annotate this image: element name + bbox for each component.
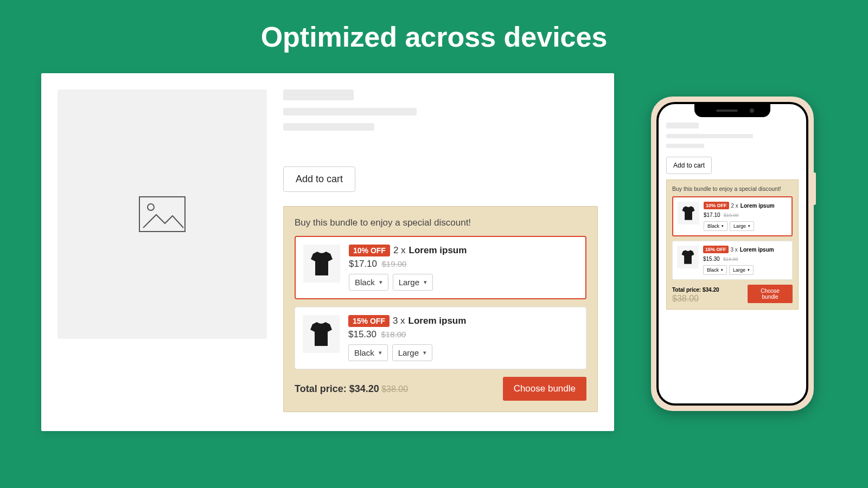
picture-icon — [138, 195, 187, 233]
skeleton-line — [666, 144, 704, 148]
discount-badge: 15% OFF — [703, 246, 729, 253]
bundle-widget: Buy this bundle to enjoy a special disco… — [666, 179, 799, 310]
mobile-preview-device: Add to cart Buy this bundle to enjoy a s… — [651, 97, 814, 411]
bundle-title: Buy this bundle to enjoy a special disco… — [295, 217, 586, 228]
phone-side-button-icon — [813, 172, 816, 205]
color-select[interactable]: Black — [703, 265, 727, 275]
product-thumb — [677, 246, 699, 268]
bundle-offer-1[interactable]: 10% OFF 2 x Lorem ipsum $17.10 $19.00 Bl… — [672, 196, 793, 236]
color-select[interactable]: Black — [704, 221, 727, 231]
tshirt-icon — [680, 205, 697, 221]
size-select[interactable]: Large — [729, 265, 754, 275]
size-select[interactable]: Large — [393, 274, 433, 291]
bundle-widget: Buy this bundle to enjoy a special disco… — [283, 206, 598, 412]
offer-original-price: $19.00 — [724, 213, 739, 218]
size-select[interactable]: Large — [730, 221, 754, 231]
offer-price: $15.30 — [348, 329, 376, 339]
tshirt-icon — [308, 249, 336, 278]
add-to-cart-button[interactable]: Add to cart — [283, 166, 355, 192]
total-price-row: Total price: $34.20 $38.00 — [295, 383, 408, 395]
offer-qty: 3 x — [393, 316, 405, 326]
bundle-offer-2[interactable]: 15% OFF 3 x Lorem ipsum $15.30 $18.00 Bl… — [295, 307, 586, 369]
offer-product-name: Lorem ipsum — [409, 245, 467, 256]
color-select[interactable]: Black — [348, 344, 388, 361]
offer-original-price: $18.00 — [723, 256, 738, 262]
bundle-offer-1[interactable]: 10% OFF 2 x Lorem ipsum $17.10 $19.00 Bl… — [295, 236, 586, 299]
offer-original-price: $19.00 — [381, 259, 406, 268]
offer-price: $17.10 — [704, 212, 720, 218]
size-select[interactable]: Large — [392, 344, 432, 361]
color-select[interactable]: Black — [349, 274, 388, 291]
choose-bundle-button[interactable]: Choose bundle — [503, 377, 586, 401]
offer-product-name: Lorem ipsum — [740, 247, 774, 253]
offer-qty: 3 x — [731, 247, 738, 253]
skeleton-line — [283, 89, 354, 100]
svg-rect-0 — [139, 197, 185, 232]
skeleton-line — [283, 123, 374, 131]
total-price-row: Total price: $34.20 $38.00 — [672, 284, 748, 304]
offer-product-name: Lorem ipsum — [741, 203, 775, 209]
discount-badge: 10% OFF — [349, 245, 390, 256]
skeleton-line — [666, 123, 699, 129]
offer-original-price: $18.00 — [381, 330, 406, 339]
product-thumb — [303, 245, 340, 282]
discount-badge: 15% OFF — [348, 315, 390, 327]
choose-bundle-button[interactable]: Choose bundle — [748, 285, 793, 303]
discount-badge: 10% OFF — [704, 202, 729, 209]
product-image-placeholder — [58, 89, 267, 339]
tshirt-icon — [680, 249, 696, 265]
svg-point-1 — [148, 204, 154, 210]
skeleton-line — [666, 134, 753, 138]
desktop-preview-card: Add to cart Buy this bundle to enjoy a s… — [41, 73, 614, 431]
product-thumb — [678, 202, 699, 224]
offer-qty: 2 x — [393, 245, 406, 256]
offer-product-name: Lorem ipsum — [409, 316, 467, 326]
bundle-title: Buy this bundle to enjoy a special disco… — [672, 185, 793, 192]
page-heading: Optimized across devices — [0, 0, 868, 53]
phone-notch-icon — [694, 104, 770, 117]
bundle-offer-2[interactable]: 15% OFF 3 x Lorem ipsum $15.30 $18.00 Bl… — [672, 241, 793, 280]
add-to-cart-button[interactable]: Add to cart — [666, 157, 712, 174]
offer-price: $15.30 — [703, 256, 720, 262]
product-thumb — [303, 315, 340, 353]
tshirt-icon — [307, 320, 335, 348]
offer-price: $17.10 — [349, 259, 377, 269]
skeleton-line — [283, 108, 417, 115]
offer-qty: 2 x — [731, 203, 738, 209]
